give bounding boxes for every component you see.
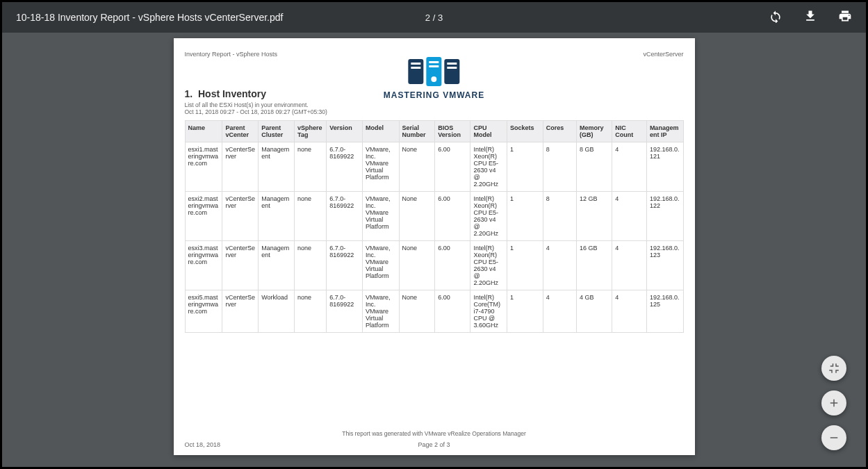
rotate-icon[interactable]: [769, 9, 783, 26]
table-cell: 192.168.0.123: [646, 241, 683, 290]
table-cell: esxi3.masteringvmware.com: [185, 241, 222, 290]
table-header-cell: Cores: [543, 121, 576, 142]
table-cell: none: [295, 142, 327, 192]
table-cell: none: [295, 192, 327, 241]
table-header-cell: Parent Cluster: [259, 121, 295, 142]
section-heading: 1. Host Inventory List of all the ESXi H…: [185, 88, 327, 115]
table-cell: vCenterServer: [222, 192, 259, 241]
table-cell: 16 GB: [577, 241, 612, 290]
table-cell: 192.168.0.122: [646, 192, 683, 241]
table-cell: 1: [507, 241, 543, 290]
table-cell: Intel(R) Xeon(R) CPU E5-2630 v4 @ 2.20GH…: [470, 241, 507, 290]
table-cell: vCenterServer: [222, 290, 259, 333]
print-icon[interactable]: [838, 9, 852, 26]
table-cell: 6.7.0-8169922: [327, 290, 363, 333]
zoom-in-button[interactable]: [821, 390, 846, 415]
section-name: Host Inventory: [198, 88, 266, 99]
table-header-cell: BIOS Version: [435, 121, 470, 142]
table-cell: 1: [507, 142, 543, 192]
table-header-cell: Serial Number: [399, 121, 435, 142]
table-cell: Management: [259, 192, 295, 241]
document-title: 10-18-18 Inventory Report - vSphere Host…: [16, 12, 283, 23]
table-cell: 8: [543, 192, 576, 241]
toolbar-actions: [769, 9, 852, 26]
table-cell: 4: [543, 241, 576, 290]
table-header-cell: CPU Model: [470, 121, 507, 142]
table-cell: 192.168.0.121: [646, 142, 683, 192]
table-cell: Intel(R) Xeon(R) CPU E5-2630 v4 @ 2.20GH…: [470, 142, 507, 192]
table-cell: 12 GB: [577, 192, 612, 241]
table-header-cell: Sockets: [507, 121, 543, 142]
pdf-viewer: 10-18-18 Inventory Report - vSphere Host…: [2, 2, 866, 467]
report-note: This report was generated with VMware vR…: [185, 402, 684, 437]
table-cell: VMware, Inc. VMware Virtual Platform: [363, 142, 400, 192]
footer-page-num: Page 2 of 3: [418, 441, 450, 448]
table-cell: Management: [259, 241, 295, 290]
viewer-area[interactable]: Inventory Report - vSphere Hosts vCenter…: [2, 33, 866, 467]
table-cell: 6.7.0-8169922: [327, 192, 363, 241]
toolbar: 10-18-18 Inventory Report - vSphere Host…: [2, 2, 866, 33]
section-number: 1.: [185, 88, 193, 99]
table-cell: 4: [612, 142, 647, 192]
table-header-cell: vSphere Tag: [295, 121, 327, 142]
table-cell: none: [295, 241, 327, 290]
section-title-text: 1. Host Inventory: [185, 88, 327, 99]
fit-page-button[interactable]: [821, 356, 846, 381]
table-cell: 6.7.0-8169922: [327, 241, 363, 290]
section-description: List of all the ESXi Host(s) in your env…: [185, 101, 327, 108]
zoom-controls: [821, 356, 846, 450]
table-cell: vCenterServer: [222, 142, 259, 192]
table-cell: esxi5.masteringvmware.com: [185, 290, 222, 333]
table-cell: VMware, Inc. VMware Virtual Platform: [363, 241, 400, 290]
page-header-right: vCenterServer: [643, 51, 683, 58]
table-cell: VMware, Inc. VMware Virtual Platform: [363, 290, 400, 333]
table-header-cell: Management IP: [646, 121, 683, 142]
table-cell: 6.00: [435, 290, 470, 333]
table-header-cell: Parent vCenter: [222, 121, 259, 142]
table-cell: None: [399, 192, 435, 241]
table-cell: None: [399, 290, 435, 333]
table-cell: 4: [543, 290, 576, 333]
table-cell: Management: [259, 142, 295, 192]
table-header-cell: NIC Count: [612, 121, 647, 142]
logo: MASTERING VMWARE: [384, 59, 484, 100]
table-cell: VMware, Inc. VMware Virtual Platform: [363, 192, 400, 241]
table-cell: 4: [612, 192, 647, 241]
table-cell: Intel(R) Xeon(R) CPU E5-2630 v4 @ 2.20GH…: [470, 192, 507, 241]
table-cell: None: [399, 241, 435, 290]
table-cell: none: [295, 290, 327, 333]
table-header-cell: Name: [185, 121, 222, 142]
table-cell: esxi2.masteringvmware.com: [185, 192, 222, 241]
page-header-left: Inventory Report - vSphere Hosts: [185, 51, 278, 58]
table-cell: vCenterServer: [222, 241, 259, 290]
table-cell: 6.00: [435, 192, 470, 241]
table-cell: 1: [507, 192, 543, 241]
table-row: esxi3.masteringvmware.comvCenterServerMa…: [185, 241, 683, 290]
table-cell: 8: [543, 142, 576, 192]
table-cell: 4 GB: [577, 290, 612, 333]
table-cell: 8 GB: [577, 142, 612, 192]
top-region: MASTERING VMWARE 1. Host Inventory List …: [185, 59, 684, 120]
logo-text: MASTERING VMWARE: [384, 90, 484, 100]
table-cell: 1: [507, 290, 543, 333]
table-cell: 4: [612, 241, 647, 290]
zoom-out-button[interactable]: [821, 425, 846, 450]
logo-servers-icon: [384, 59, 484, 86]
table-cell: None: [399, 142, 435, 192]
table-cell: 6.00: [435, 241, 470, 290]
table-cell: 6.7.0-8169922: [327, 142, 363, 192]
table-row: esxi1.masteringvmware.comvCenterServerMa…: [185, 142, 683, 192]
table-body: esxi1.masteringvmware.comvCenterServerMa…: [185, 142, 683, 333]
table-cell: esxi1.masteringvmware.com: [185, 142, 222, 192]
table-cell: 4: [612, 290, 647, 333]
section-dates: Oct 11, 2018 09:27 - Oct 18, 2018 09:27 …: [185, 108, 327, 115]
pdf-page: Inventory Report - vSphere Hosts vCenter…: [174, 38, 695, 455]
footer-date: Oct 18, 2018: [185, 441, 221, 448]
download-icon[interactable]: [803, 9, 817, 26]
table-row: esxi2.masteringvmware.comvCenterServerMa…: [185, 192, 683, 241]
table-header-cell: Memory (GB): [577, 121, 612, 142]
host-inventory-table: NameParent vCenterParent ClustervSphere …: [185, 120, 684, 333]
table-cell: Intel(R) Core(TM) i7-4790 CPU @ 3.60GHz: [470, 290, 507, 333]
table-cell: 192.168.0.125: [646, 290, 683, 333]
page-footer: Oct 18, 2018 Page 2 of 3: [185, 437, 684, 448]
